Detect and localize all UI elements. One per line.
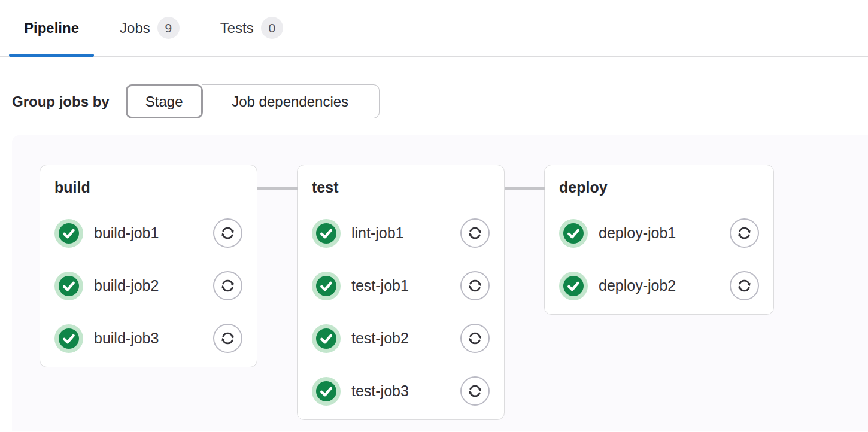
group-by-stage-button[interactable]: Stage (126, 84, 203, 118)
job-row: deploy-job2 (559, 271, 759, 300)
job-row: deploy-job1 (559, 218, 759, 248)
pipeline-graph: build build-job1 build-job2 build-job3 (12, 135, 868, 431)
retry-job-button[interactable] (730, 218, 759, 248)
retry-job-button[interactable] (213, 218, 242, 248)
status-success-icon (559, 219, 588, 248)
status-success-icon (54, 324, 83, 353)
tab-jobs[interactable]: Jobs 9 (105, 0, 195, 56)
tab-pipeline-label: Pipeline (24, 20, 79, 36)
retry-job-button[interactable] (213, 324, 242, 353)
job-name: deploy-job2 (599, 277, 676, 294)
job-row: test-job2 (312, 324, 490, 353)
job-link[interactable]: build-job1 (54, 219, 159, 248)
job-link[interactable]: test-job2 (312, 324, 409, 353)
status-success-icon (559, 272, 588, 300)
retry-job-button[interactable] (730, 271, 759, 300)
retry-job-button[interactable] (460, 218, 490, 248)
job-row: build-job1 (54, 218, 242, 248)
job-name: build-job2 (94, 277, 159, 294)
retry-icon (467, 330, 483, 346)
job-name: build-job3 (94, 330, 159, 347)
status-success-icon (312, 377, 341, 406)
job-name: lint-job1 (351, 224, 404, 242)
job-row: build-job3 (54, 324, 242, 353)
group-by-job-dependencies-button[interactable]: Job dependencies (202, 84, 380, 118)
status-success-icon (312, 324, 341, 353)
stage-title: deploy (559, 178, 759, 196)
retry-icon (736, 278, 752, 294)
jobs-count-badge: 9 (157, 17, 180, 39)
job-link[interactable]: lint-job1 (312, 219, 404, 248)
tests-count-badge: 0 (261, 17, 283, 39)
retry-icon (736, 225, 752, 241)
job-row: test-job3 (312, 376, 490, 406)
status-success-icon (312, 219, 341, 248)
group-jobs-by-label: Group jobs by (12, 93, 110, 110)
job-link[interactable]: build-job3 (54, 324, 159, 353)
stage-column-test: test lint-job1 test-job1 test-job2 (297, 165, 505, 420)
job-link[interactable]: deploy-job2 (559, 272, 676, 300)
group-jobs-by-toggle: Stage Job dependencies (126, 84, 380, 118)
stage-column-deploy: deploy deploy-job1 deploy-job2 (544, 165, 774, 315)
retry-icon (467, 383, 483, 399)
job-link[interactable]: deploy-job1 (559, 219, 676, 248)
job-row: test-job1 (312, 271, 490, 300)
stage-column-build: build build-job1 build-job2 build-job3 (40, 165, 257, 367)
job-name: build-job1 (94, 224, 159, 242)
job-name: test-job3 (351, 382, 409, 400)
tab-tests[interactable]: Tests 0 (205, 0, 298, 56)
status-success-icon (54, 219, 83, 248)
retry-job-button[interactable] (460, 376, 490, 406)
job-link[interactable]: build-job2 (54, 272, 159, 300)
job-row: build-job2 (54, 271, 242, 300)
pipeline-tab-bar: Pipeline Jobs 9 Tests 0 (0, 0, 868, 57)
group-jobs-by-row: Group jobs by Stage Job dependencies (12, 84, 868, 118)
status-success-icon (54, 272, 83, 300)
job-name: test-job2 (351, 330, 409, 347)
stage-title: test (312, 178, 490, 196)
retry-job-button[interactable] (460, 324, 490, 353)
tab-pipeline[interactable]: Pipeline (9, 0, 94, 56)
retry-icon (467, 225, 483, 241)
job-link[interactable]: test-job1 (312, 272, 409, 300)
job-name: deploy-job1 (599, 224, 676, 242)
retry-icon (220, 330, 236, 346)
retry-job-button[interactable] (213, 271, 242, 300)
retry-icon (467, 278, 483, 294)
status-success-icon (312, 272, 341, 300)
retry-icon (220, 278, 236, 294)
job-name: test-job1 (351, 277, 409, 294)
stage-title: build (54, 178, 242, 196)
retry-icon (220, 225, 236, 241)
tab-jobs-label: Jobs (120, 20, 150, 36)
job-row: lint-job1 (312, 218, 490, 248)
retry-job-button[interactable] (460, 271, 490, 300)
job-link[interactable]: test-job3 (312, 377, 409, 406)
tab-tests-label: Tests (220, 20, 254, 36)
